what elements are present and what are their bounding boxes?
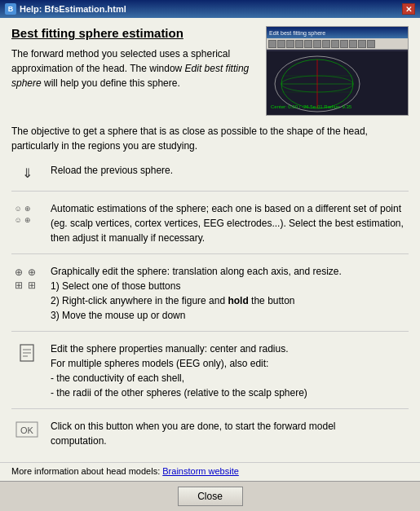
graphical-edit-bold: hold bbox=[228, 295, 248, 306]
manual-edit-line1: Edit the sphere properties manually: cen… bbox=[51, 343, 289, 355]
reload-icon: ⇓ bbox=[11, 163, 42, 183]
ok-text: Click on this button when you are done, … bbox=[51, 419, 409, 448]
screenshot-titlebar: Edit best fitting sphere bbox=[267, 27, 408, 38]
footer-text: More information about head models: bbox=[11, 466, 162, 476]
graphical-edit-line1: Graphically edit the sphere: translation… bbox=[51, 266, 342, 277]
items-list: ⇓ Reload the previous sphere. ☺ ⊕ ☺ ⊕ Au… bbox=[11, 163, 409, 456]
list-item: ⇓ Reload the previous sphere. bbox=[11, 163, 409, 192]
graphical-edit-line3: 2) Right-click anywhere in the figure an… bbox=[51, 295, 228, 306]
graphical-edit-line3b: the button bbox=[249, 295, 295, 306]
intro-paragraph: The forward method you selected uses a s… bbox=[11, 46, 258, 90]
list-item: OK Click on this button when you are don… bbox=[11, 419, 409, 456]
intro-area: Best fitting sphere estimation The forwa… bbox=[11, 26, 258, 116]
footer-info: More information about head models: Brai… bbox=[0, 462, 420, 481]
footer-buttons: Close bbox=[0, 481, 420, 511]
svg-text:⇓: ⇓ bbox=[22, 166, 33, 180]
list-item: Edit the sphere properties manually: cen… bbox=[11, 341, 409, 409]
manual-edit-line3: - the conductivity of each shell, bbox=[51, 372, 184, 384]
top-section: Best fitting sphere estimation The forwa… bbox=[11, 26, 409, 116]
reload-text: Reload the previous sphere. bbox=[51, 163, 409, 178]
screenshot-thumbnail: Edit best fitting sphere bbox=[266, 26, 409, 116]
close-button[interactable]: Close bbox=[178, 487, 243, 506]
manual-edit-line4: - the radii of the other spheres (relati… bbox=[51, 387, 307, 399]
screenshot-title: Edit best fitting sphere bbox=[269, 30, 325, 36]
svg-text:OK: OK bbox=[20, 425, 34, 435]
graphical-edit-line4: 3) Move the mouse up or down bbox=[51, 310, 185, 321]
svg-text:☺: ☺ bbox=[14, 205, 21, 213]
title-bar: B Help: BfsEstimation.html ✕ bbox=[0, 0, 420, 18]
svg-text:⊕: ⊕ bbox=[28, 267, 36, 278]
manual-edit-text: Edit the sphere properties manually: cen… bbox=[51, 341, 409, 400]
title-bar-left: B Help: BfsEstimation.html bbox=[5, 3, 126, 15]
svg-text:☺: ☺ bbox=[14, 216, 21, 224]
objective-text: The objective to get a sphere that is as… bbox=[11, 124, 409, 153]
auto-estimate-text: Automatic estimations of the sphere; eac… bbox=[51, 201, 409, 245]
svg-text:⊕: ⊕ bbox=[24, 216, 31, 224]
screenshot-body: Center: 0.00 / -26.5e-01 Radius: 9.35 bbox=[267, 38, 408, 115]
svg-text:⊞: ⊞ bbox=[28, 280, 36, 291]
svg-text:⊕: ⊕ bbox=[24, 205, 31, 213]
ok-icon: OK bbox=[11, 419, 42, 438]
graphical-edit-line2: 1) Select one of those buttons bbox=[51, 280, 180, 292]
svg-text:⊞: ⊞ bbox=[15, 280, 23, 291]
manual-edit-icon bbox=[11, 341, 42, 368]
auto-estimate-icon: ☺ ⊕ ☺ ⊕ bbox=[11, 201, 42, 229]
graphical-edit-icon: ⊕ ⊕ ⊞ ⊞ bbox=[11, 264, 42, 295]
ok-line2: computation. bbox=[51, 435, 107, 447]
list-item: ⊕ ⊕ ⊞ ⊞ Graphically edit the sphere: tra… bbox=[11, 264, 409, 332]
page-title: Best fitting sphere estimation bbox=[11, 26, 258, 40]
graphical-edit-text: Graphically edit the sphere: translation… bbox=[51, 264, 409, 323]
app-icon: B bbox=[5, 3, 16, 15]
main-content: Best fitting sphere estimation The forwa… bbox=[0, 18, 420, 462]
manual-edit-line2: For multiple spheres models (EEG only), … bbox=[51, 358, 268, 369]
intro-text-part2: will help you define this sphere. bbox=[42, 77, 180, 89]
screenshot-coords: Center: 0.00 / -26.5e-01 Radius: 9.35 bbox=[271, 104, 351, 111]
window-close-button[interactable]: ✕ bbox=[402, 3, 415, 15]
ok-line1: Click on this button when you are done, … bbox=[51, 421, 336, 432]
list-item: ☺ ⊕ ☺ ⊕ Automatic estimations of the sph… bbox=[11, 201, 409, 254]
svg-text:⊕: ⊕ bbox=[15, 267, 23, 278]
window-title: Help: BfsEstimation.html bbox=[20, 4, 126, 14]
brainstorm-link[interactable]: Brainstorm website bbox=[162, 466, 239, 476]
